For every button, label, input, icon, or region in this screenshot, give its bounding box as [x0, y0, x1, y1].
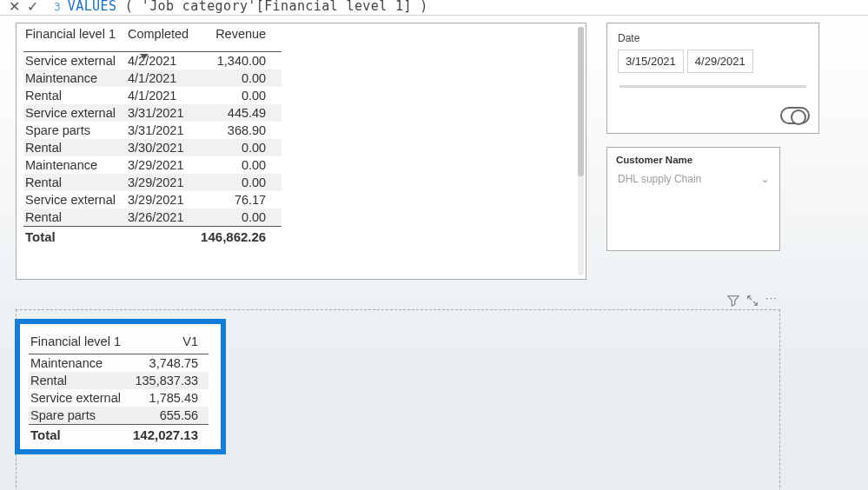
table-cell: 4/1/2021 — [126, 70, 199, 87]
table-cell: 1,785.49 — [131, 389, 209, 407]
table-row[interactable]: Maintenance3/29/20210.00 — [23, 156, 282, 174]
table-v1-highlight-frame: Financial level 1 V1 Maintenance3,748.75… — [15, 319, 226, 454]
col-financial-level[interactable]: Financial level 1 — [23, 25, 126, 52]
table-cell: Rental — [23, 209, 126, 227]
table-visual-revenue[interactable]: Financial level 1 Completed Revenue Serv… — [16, 23, 586, 280]
table-cell: 655.56 — [131, 407, 209, 425]
slicer-toggle[interactable] — [780, 107, 810, 124]
date-slider-track[interactable] — [620, 85, 806, 88]
visual-header-icons: ··· — [727, 295, 778, 307]
table-cell: 1,340.00 — [199, 52, 282, 70]
table-cell: 135,837.33 — [131, 372, 209, 389]
table-cell: 4/2/2021 — [126, 52, 199, 70]
customer-slicer[interactable]: Customer Name DHL supply Chain ⌄ — [606, 147, 780, 251]
total-label: Total — [29, 425, 131, 445]
table-visual-v1-selected[interactable]: ··· Financial level 1 V1 Maintenance3,74… — [16, 309, 780, 490]
table-cell: 3,748.75 — [131, 354, 209, 373]
table-row[interactable]: Rental4/1/20210.00 — [23, 87, 282, 104]
table-cell: Spare parts — [29, 407, 131, 425]
formula-text[interactable]: VALUES ( 'Job category'[Financial level … — [68, 0, 428, 14]
total-value: 146,862.26 — [199, 227, 282, 247]
table-cell: Maintenance — [23, 70, 126, 87]
table-cell: 3/31/2021 — [126, 122, 199, 139]
formula-rest: ( 'Job category'[Financial level 1] ) — [116, 0, 427, 14]
table-cell: 0.00 — [199, 139, 282, 156]
table-total-row: Total 146,862.26 — [23, 227, 282, 247]
table-cell: 3/29/2021 — [126, 174, 199, 191]
filter-icon[interactable] — [727, 295, 739, 307]
date-slicer-label: Date — [618, 32, 808, 44]
table-cell: 3/31/2021 — [126, 104, 199, 122]
table-cell: 3/30/2021 — [126, 139, 199, 156]
commit-formula-button[interactable]: ✓ — [23, 0, 42, 15]
scroll-thumb[interactable] — [578, 27, 584, 176]
col-v1[interactable]: V1 — [131, 331, 209, 354]
customer-slicer-label: Customer Name — [616, 155, 771, 165]
focus-mode-icon[interactable] — [746, 295, 759, 307]
table-cell: Maintenance — [29, 354, 131, 373]
customer-dropdown[interactable]: DHL supply Chain ⌄ — [616, 170, 771, 188]
table-cell: Spare parts — [23, 122, 126, 139]
table-cell: 3/29/2021 — [126, 191, 199, 209]
table-row[interactable]: Rental3/26/20210.00 — [23, 209, 282, 227]
table-cell: 0.00 — [199, 174, 282, 191]
table-cell: Rental — [23, 87, 126, 104]
table-row[interactable]: Service external4/2/20211,340.00 — [23, 52, 282, 70]
table-cell: Rental — [29, 372, 131, 389]
table-cell: Service external — [23, 191, 126, 209]
cancel-formula-button[interactable]: ✕ — [5, 0, 23, 15]
table-cell: 0.00 — [199, 209, 282, 227]
col-financial-level[interactable]: Financial level 1 — [29, 331, 131, 354]
table-cell: Rental — [23, 174, 126, 191]
table-header-row: Financial level 1 V1 — [29, 331, 209, 354]
table-cell: 4/1/2021 — [126, 87, 199, 104]
more-options-icon[interactable]: ··· — [765, 295, 778, 307]
table-cell: Service external — [23, 104, 126, 122]
table-row[interactable]: Rental135,837.33 — [29, 372, 209, 389]
table-cell: Rental — [23, 139, 126, 156]
table-row[interactable]: Maintenance4/1/20210.00 — [23, 70, 282, 87]
table-cell: 368.90 — [199, 122, 282, 139]
table-cell: 3/26/2021 — [126, 209, 199, 227]
table-cell: 445.49 — [199, 104, 282, 122]
total-value: 142,027.13 — [131, 425, 209, 445]
table-row[interactable]: Service external1,785.49 — [29, 389, 209, 407]
table-cell: Maintenance — [23, 156, 126, 174]
table-cell: 76.17 — [199, 191, 282, 209]
table-cell: 0.00 — [199, 87, 282, 104]
table-cell: 0.00 — [199, 156, 282, 174]
col-completed[interactable]: Completed — [126, 25, 199, 52]
table-cell: 3/29/2021 — [126, 156, 199, 174]
revenue-table: Financial level 1 Completed Revenue Serv… — [23, 25, 282, 246]
table-row[interactable]: Spare parts655.56 — [29, 407, 209, 425]
table-header-row: Financial level 1 Completed Revenue — [23, 25, 282, 52]
table-cell: 0.00 — [199, 70, 282, 87]
table-row[interactable]: Spare parts3/31/2021368.90 — [23, 122, 282, 139]
v1-table: Financial level 1 V1 Maintenance3,748.75… — [29, 331, 209, 444]
date-range-inputs: 3/15/2021 4/29/2021 — [618, 50, 808, 73]
table-row[interactable]: Rental3/30/20210.00 — [23, 139, 282, 156]
table-row[interactable]: Maintenance3,748.75 — [29, 354, 209, 373]
chevron-down-icon: ⌄ — [761, 174, 769, 185]
table-cell: Service external — [29, 389, 131, 407]
formula-line-number: 3 — [54, 0, 61, 13]
date-slicer[interactable]: Date 3/15/2021 4/29/2021 — [606, 23, 819, 134]
table-row[interactable]: Service external3/29/202176.17 — [23, 191, 282, 209]
customer-selected-value: DHL supply Chain — [618, 173, 701, 185]
report-canvas[interactable]: Financial level 1 Completed Revenue Serv… — [0, 16, 868, 490]
table-row[interactable]: Service external3/31/2021445.49 — [23, 104, 282, 122]
table-row[interactable]: Rental3/29/20210.00 — [23, 174, 282, 191]
table-cell: Service external — [23, 52, 126, 70]
table-total-row: Total 142,027.13 — [29, 425, 209, 445]
date-from-input[interactable]: 3/15/2021 — [618, 50, 684, 73]
date-to-input[interactable]: 4/29/2021 — [687, 50, 753, 73]
total-label: Total — [23, 227, 126, 247]
formula-bar: ✕ ✓ 3 VALUES ( 'Job category'[Financial … — [0, 0, 868, 16]
formula-keyword: VALUES — [68, 0, 117, 14]
table-scrollbar[interactable] — [578, 27, 584, 275]
col-revenue[interactable]: Revenue — [199, 25, 282, 52]
